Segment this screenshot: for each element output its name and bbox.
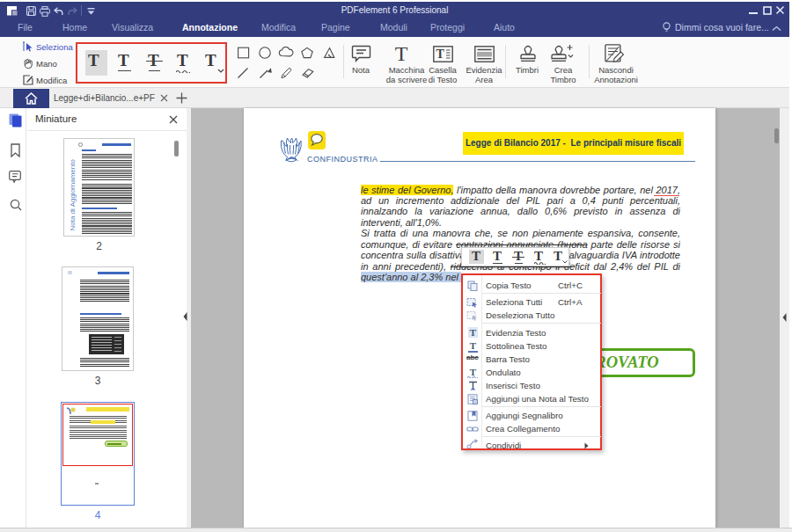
svg-text:T: T bbox=[436, 47, 445, 61]
